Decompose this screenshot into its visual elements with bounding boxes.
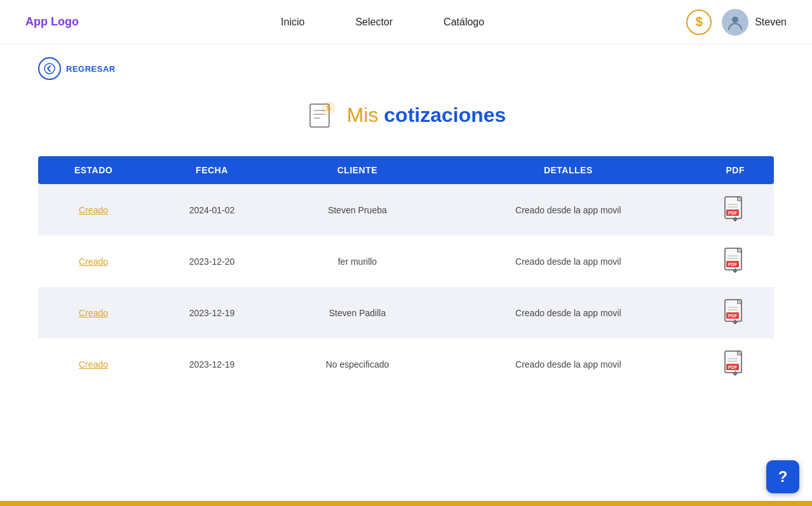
pdf-icon[interactable]: PDF <box>724 247 747 276</box>
col-fecha: FECHA <box>149 156 275 184</box>
nav-links: Inicio Selector Catálogo <box>281 17 484 28</box>
nav-right: $ Steven <box>686 9 787 36</box>
back-label: REGRESAR <box>66 64 116 74</box>
detalles-cell: Creado desde la app movil <box>440 184 696 236</box>
detalles-cell: Creado desde la app movil <box>440 236 696 287</box>
page-title: Mis cotizaciones <box>347 103 506 127</box>
pdf-cell: PDF <box>697 236 774 287</box>
cotizaciones-table: ESTADO FECHA CLIENTE DETALLES PDF Creado… <box>38 156 774 390</box>
svg-text:PDF: PDF <box>728 262 738 267</box>
svg-text:PDF: PDF <box>728 211 738 215</box>
svg-text:PDF: PDF <box>728 365 738 370</box>
fecha-cell: 2023-12-19 <box>149 287 275 338</box>
col-estado: ESTADO <box>38 156 149 184</box>
cliente-cell: Steven Prueba <box>275 184 440 236</box>
navbar: App Logo Inicio Selector Catálogo $ Stev… <box>0 0 812 44</box>
col-cliente: CLIENTE <box>275 156 440 184</box>
status-link[interactable]: Creado <box>79 205 108 215</box>
status-link[interactable]: Creado <box>79 256 108 267</box>
title-mis: Mis <box>347 103 379 126</box>
nav-inicio[interactable]: Inicio <box>281 17 304 28</box>
pdf-cell: PDF <box>697 338 774 390</box>
table-row: Creado2023-12-20fer murilloCreado desde … <box>38 236 774 287</box>
nav-selector[interactable]: Selector <box>355 17 393 28</box>
pdf-cell: PDF <box>697 287 774 338</box>
svg-point-0 <box>732 17 738 23</box>
table-row: Creado2023-12-19No especificadoCreado de… <box>38 338 774 390</box>
cliente-cell: No especificado <box>275 338 440 390</box>
status-link[interactable]: Creado <box>79 359 108 370</box>
table-header-row: ESTADO FECHA CLIENTE DETALLES PDF <box>38 156 774 184</box>
fecha-cell: 2023-12-19 <box>149 338 275 390</box>
cotizaciones-icon: $ <box>306 99 338 131</box>
nav-catalogo[interactable]: Catálogo <box>443 17 484 28</box>
back-button[interactable]: REGRESAR <box>38 57 116 80</box>
detalles-cell: Creado desde la app movil <box>440 338 696 390</box>
page-title-area: $ Mis cotizaciones <box>38 99 774 131</box>
cliente-cell: Steven Padilla <box>275 287 440 338</box>
pdf-icon[interactable]: PDF <box>724 298 747 327</box>
user-area[interactable]: Steven <box>722 9 787 36</box>
pdf-cell: PDF <box>697 184 774 236</box>
app-logo[interactable]: App Logo <box>25 15 79 29</box>
svg-text:$: $ <box>327 104 330 112</box>
pdf-icon[interactable]: PDF <box>724 350 747 378</box>
back-arrow-icon <box>38 57 61 80</box>
svg-point-1 <box>44 63 55 74</box>
table-row: Creado2024-01-02Steven PruebaCreado desd… <box>38 184 774 236</box>
dollar-icon[interactable]: $ <box>686 10 712 35</box>
detalles-cell: Creado desde la app movil <box>440 287 696 338</box>
fecha-cell: 2023-12-20 <box>149 236 275 287</box>
col-detalles: DETALLES <box>440 156 696 184</box>
title-cotizaciones: cotizaciones <box>384 103 506 126</box>
cliente-cell: fer murillo <box>275 236 440 287</box>
pdf-icon[interactable]: PDF <box>724 196 747 224</box>
main-content: REGRESAR $ Mis cotizaciones <box>0 44 812 415</box>
fecha-cell: 2024-01-02 <box>149 184 275 236</box>
svg-text:PDF: PDF <box>728 314 738 318</box>
user-name: Steven <box>755 17 787 28</box>
col-pdf: PDF <box>697 156 774 184</box>
avatar <box>722 9 748 36</box>
status-link[interactable]: Creado <box>79 308 108 318</box>
table-row: Creado2023-12-19Steven PadillaCreado des… <box>38 287 774 338</box>
